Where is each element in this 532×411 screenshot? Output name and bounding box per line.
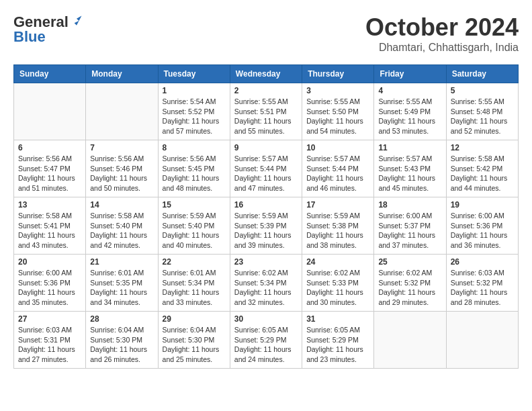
day-number: 8 [163, 143, 226, 152]
day-number: 29 [163, 314, 226, 324]
calendar-week-row: 6Sunrise: 5:56 AMSunset: 5:47 PMDaylight… [14, 140, 519, 197]
calendar-week-row: 27Sunrise: 6:03 AMSunset: 5:31 PMDayligh… [14, 312, 519, 369]
calendar-cell: 14Sunrise: 5:58 AMSunset: 5:40 PMDayligh… [86, 197, 158, 255]
day-number: 14 [90, 200, 153, 210]
calendar-cell: 23Sunrise: 6:02 AMSunset: 5:34 PMDayligh… [230, 255, 302, 312]
calendar-cell: 18Sunrise: 6:00 AMSunset: 5:37 PMDayligh… [374, 197, 446, 255]
day-number: 22 [163, 257, 226, 267]
calendar-cell: 19Sunrise: 6:00 AMSunset: 5:36 PMDayligh… [446, 197, 518, 255]
day-number: 25 [378, 257, 441, 267]
day-number: 13 [18, 200, 81, 210]
calendar-table: SundayMondayTuesdayWednesdayThursdayFrid… [13, 64, 519, 369]
day-info: Sunrise: 5:57 AMSunset: 5:44 PMDaylight:… [306, 154, 369, 193]
day-info: Sunrise: 5:58 AMSunset: 5:40 PMDaylight:… [90, 211, 153, 250]
calendar-cell: 7Sunrise: 5:56 AMSunset: 5:46 PMDaylight… [86, 140, 158, 197]
day-number: 20 [18, 257, 81, 267]
day-number: 17 [306, 200, 369, 210]
day-info: Sunrise: 6:02 AMSunset: 5:32 PMDaylight:… [378, 268, 441, 308]
day-number: 27 [18, 314, 81, 324]
day-info: Sunrise: 5:54 AMSunset: 5:52 PMDaylight:… [163, 97, 226, 136]
calendar-cell [86, 83, 158, 140]
calendar-cell [14, 83, 86, 140]
calendar-cell: 2Sunrise: 5:55 AMSunset: 5:51 PMDaylight… [230, 83, 302, 140]
calendar-cell: 12Sunrise: 5:58 AMSunset: 5:42 PMDayligh… [446, 140, 518, 197]
calendar-cell: 1Sunrise: 5:54 AMSunset: 5:52 PMDaylight… [158, 83, 230, 140]
day-number: 23 [234, 257, 298, 267]
calendar-cell: 17Sunrise: 5:59 AMSunset: 5:38 PMDayligh… [302, 197, 374, 255]
day-info: Sunrise: 6:00 AMSunset: 5:37 PMDaylight:… [378, 211, 441, 250]
day-info: Sunrise: 6:04 AMSunset: 5:30 PMDaylight:… [90, 325, 153, 365]
day-number: 26 [451, 257, 514, 267]
day-info: Sunrise: 6:03 AMSunset: 5:32 PMDaylight:… [451, 268, 514, 308]
weekday-header: Tuesday [158, 65, 230, 83]
weekday-header: Monday [86, 65, 158, 83]
day-number: 11 [378, 143, 441, 152]
calendar-cell: 21Sunrise: 6:01 AMSunset: 5:35 PMDayligh… [86, 255, 158, 312]
day-info: Sunrise: 6:00 AMSunset: 5:36 PMDaylight:… [18, 268, 81, 308]
day-info: Sunrise: 5:59 AMSunset: 5:40 PMDaylight:… [163, 211, 226, 250]
calendar-cell: 16Sunrise: 5:59 AMSunset: 5:39 PMDayligh… [230, 197, 302, 255]
day-number: 15 [163, 200, 226, 210]
month-title: October 2024 [365, 13, 519, 42]
day-info: Sunrise: 5:58 AMSunset: 5:42 PMDaylight:… [451, 154, 514, 193]
day-number: 4 [378, 86, 441, 95]
day-number: 6 [18, 143, 81, 152]
day-info: Sunrise: 6:02 AMSunset: 5:34 PMDaylight:… [234, 268, 298, 308]
day-info: Sunrise: 5:59 AMSunset: 5:38 PMDaylight:… [306, 211, 369, 250]
calendar-cell: 27Sunrise: 6:03 AMSunset: 5:31 PMDayligh… [14, 312, 86, 369]
day-info: Sunrise: 6:04 AMSunset: 5:30 PMDaylight:… [163, 325, 226, 365]
day-number: 30 [234, 314, 298, 324]
day-number: 18 [378, 200, 441, 210]
calendar-cell: 4Sunrise: 5:55 AMSunset: 5:49 PMDaylight… [374, 83, 446, 140]
logo: General Blue [13, 13, 83, 46]
weekday-header: Thursday [302, 65, 374, 83]
calendar-cell: 31Sunrise: 6:05 AMSunset: 5:29 PMDayligh… [302, 312, 374, 369]
logo-bird-icon [70, 14, 83, 28]
day-number: 9 [234, 143, 298, 152]
title-section: October 2024 Dhamtari, Chhattisgarh, Ind… [365, 13, 519, 54]
day-number: 21 [90, 257, 153, 267]
day-info: Sunrise: 6:05 AMSunset: 5:29 PMDaylight:… [234, 325, 298, 365]
calendar-cell: 20Sunrise: 6:00 AMSunset: 5:36 PMDayligh… [14, 255, 86, 312]
weekday-header: Wednesday [230, 65, 302, 83]
logo-blue-text: Blue [13, 28, 46, 45]
day-info: Sunrise: 5:56 AMSunset: 5:47 PMDaylight:… [18, 154, 81, 193]
calendar-week-row: 13Sunrise: 5:58 AMSunset: 5:41 PMDayligh… [14, 197, 519, 255]
calendar-cell: 15Sunrise: 5:59 AMSunset: 5:40 PMDayligh… [158, 197, 230, 255]
day-number: 31 [306, 314, 369, 324]
day-info: Sunrise: 6:00 AMSunset: 5:36 PMDaylight:… [451, 211, 514, 250]
calendar-cell [446, 312, 518, 369]
day-info: Sunrise: 5:58 AMSunset: 5:41 PMDaylight:… [18, 211, 81, 250]
calendar-cell: 22Sunrise: 6:01 AMSunset: 5:34 PMDayligh… [158, 255, 230, 312]
calendar-cell [374, 312, 446, 369]
weekday-header: Sunday [14, 65, 86, 83]
calendar-cell: 9Sunrise: 5:57 AMSunset: 5:44 PMDaylight… [230, 140, 302, 197]
location-subtitle: Dhamtari, Chhattisgarh, India [365, 42, 519, 54]
day-number: 12 [451, 143, 514, 152]
calendar-cell: 5Sunrise: 5:55 AMSunset: 5:48 PMDaylight… [446, 83, 518, 140]
calendar-cell: 24Sunrise: 6:02 AMSunset: 5:33 PMDayligh… [302, 255, 374, 312]
calendar-cell: 25Sunrise: 6:02 AMSunset: 5:32 PMDayligh… [374, 255, 446, 312]
day-number: 5 [451, 86, 514, 95]
calendar-cell: 13Sunrise: 5:58 AMSunset: 5:41 PMDayligh… [14, 197, 86, 255]
weekday-header: Friday [374, 65, 446, 83]
day-info: Sunrise: 5:55 AMSunset: 5:49 PMDaylight:… [378, 97, 441, 136]
day-number: 2 [234, 86, 298, 95]
day-number: 28 [90, 314, 153, 324]
weekday-header: Saturday [446, 65, 518, 83]
day-info: Sunrise: 6:03 AMSunset: 5:31 PMDaylight:… [18, 325, 81, 365]
day-number: 16 [234, 200, 298, 210]
day-number: 7 [90, 143, 153, 152]
day-info: Sunrise: 5:57 AMSunset: 5:44 PMDaylight:… [234, 154, 298, 193]
day-info: Sunrise: 5:57 AMSunset: 5:43 PMDaylight:… [378, 154, 441, 193]
day-info: Sunrise: 6:02 AMSunset: 5:33 PMDaylight:… [306, 268, 369, 308]
day-info: Sunrise: 5:55 AMSunset: 5:51 PMDaylight:… [234, 97, 298, 136]
day-info: Sunrise: 6:01 AMSunset: 5:35 PMDaylight:… [90, 268, 153, 308]
calendar-cell: 29Sunrise: 6:04 AMSunset: 5:30 PMDayligh… [158, 312, 230, 369]
page-header: General Blue October 2024 Dhamtari, Chha… [13, 13, 519, 54]
calendar-header-row: SundayMondayTuesdayWednesdayThursdayFrid… [14, 65, 519, 83]
day-number: 19 [451, 200, 514, 210]
calendar-cell: 6Sunrise: 5:56 AMSunset: 5:47 PMDaylight… [14, 140, 86, 197]
day-info: Sunrise: 5:55 AMSunset: 5:48 PMDaylight:… [451, 97, 514, 136]
calendar-cell: 8Sunrise: 5:56 AMSunset: 5:45 PMDaylight… [158, 140, 230, 197]
